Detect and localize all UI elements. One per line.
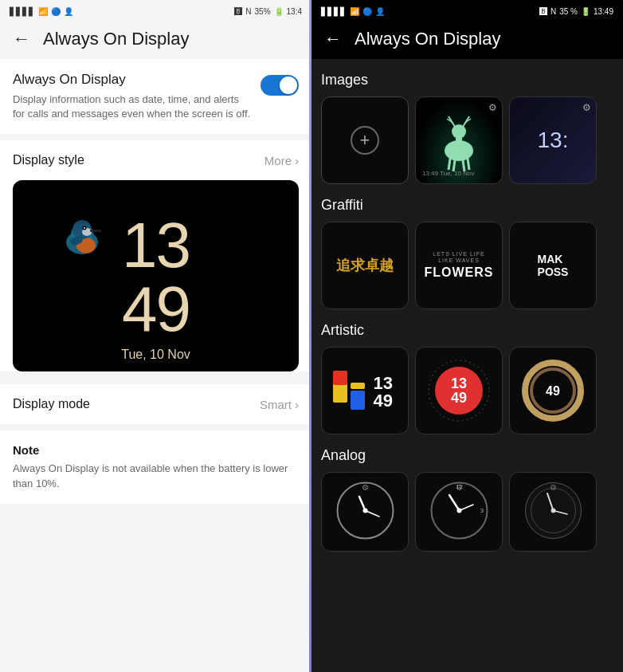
toggle-title: Always On Display — [13, 72, 251, 88]
preview-date: Tue, 10 Nov — [121, 348, 190, 362]
analog-section: Analog ⚙ — [321, 447, 613, 552]
dot-ring — [427, 359, 491, 422]
chevron-right-icon: › — [295, 154, 299, 167]
toggle-text: Always On Display Display information su… — [13, 72, 251, 121]
nfc-icon-r: N — [551, 7, 556, 16]
bt-icon-r: 🅱 — [539, 7, 547, 16]
yellow-block2 — [351, 383, 365, 389]
svg-line-20 — [468, 159, 469, 170]
battery-text-r: 35 % — [559, 7, 578, 16]
svg-line-17 — [449, 159, 450, 170]
status-bar-right: ▋▋▋▋ 📶 🔵 👤 🅱 N 35 % 🔋 13:49 — [312, 0, 623, 22]
nfc-icon: N — [245, 7, 251, 16]
red-circle-display: 1349 — [427, 359, 491, 422]
preview-card: 13 49 Tue, 10 Nov — [0, 180, 312, 371]
aod-toggle-switch[interactable] — [261, 75, 299, 96]
graffiti-grid: 追求卓越 LETS LIVE LIFELIKE WAVES FLOWERS MA… — [321, 222, 613, 309]
svg-text:49: 49 — [546, 384, 560, 398]
bracelet-icon: 49 — [521, 359, 585, 422]
right-content: Images + — [312, 59, 623, 672]
data-icon: 🔵 — [51, 7, 61, 16]
more-label: More — [264, 154, 292, 167]
add-image-thumb[interactable]: + — [321, 96, 409, 184]
time-right: 13:49 — [594, 7, 613, 16]
analog-title: Analog — [321, 447, 613, 464]
user-icon-r: 👤 — [375, 7, 385, 16]
graffiti-chinese-text: 追求卓越 — [336, 256, 394, 275]
toggle-description: Display information such as date, time, … — [13, 92, 251, 121]
graffiti-flowers-content: LETS LIVE LIFELIKE WAVES FLOWERS — [425, 251, 494, 281]
images-grid: + — [321, 96, 613, 184]
bracelet-display: 49 — [510, 348, 596, 434]
svg-text:⚙: ⚙ — [550, 483, 557, 492]
settings-icon-2: ⚙ — [582, 102, 591, 113]
signal-icon-r: ▋▋▋▋ — [321, 7, 347, 16]
aod-toggle-card: Always On Display Display information su… — [0, 59, 312, 134]
svg-point-21 — [429, 360, 489, 421]
deer-icon — [423, 104, 495, 176]
note-text: Always On Display is not available when … — [13, 462, 299, 490]
artistic-section: Artistic 1349 — [321, 322, 613, 434]
status-right-icons: 🅱 N 35% 🔋 13:4 — [234, 7, 302, 16]
analog-thumb-2[interactable]: 12 3 ⚙ — [415, 472, 503, 552]
status-left-icons: ▋▋▋▋ 📶 🔵 👤 — [10, 7, 73, 16]
images-title: Images — [321, 72, 613, 88]
graffiti-flowers-sub: LETS LIVE LIFELIKE WAVES — [433, 251, 484, 265]
graffiti-make-thumb[interactable]: MAKPOSS — [509, 222, 597, 309]
bt-icon: 🅱 — [234, 7, 242, 16]
toggle-row: Always On Display Display information su… — [13, 72, 299, 121]
display-mode-row[interactable]: Display mode Smart › — [0, 384, 312, 424]
back-button-right[interactable]: ← — [324, 29, 342, 49]
display-style-row[interactable]: Display style More › — [0, 140, 312, 180]
data-icon-r: 🔵 — [362, 7, 372, 16]
svg-line-33 — [459, 505, 473, 511]
battery-icon: 🔋 — [274, 7, 284, 16]
back-button-left[interactable]: ← — [13, 29, 30, 49]
graffiti-section: Graffiti 追求卓越 LETS LIVE LIFELIKE WAVES F… — [321, 197, 613, 309]
time-left: 13:4 — [287, 7, 302, 16]
svg-text:⚙: ⚙ — [456, 483, 463, 492]
svg-line-27 — [359, 497, 366, 511]
user-icon: 👤 — [64, 7, 73, 16]
content-left: Always On Display Display information su… — [0, 59, 312, 672]
display-mode-label: Display mode — [13, 397, 90, 411]
preview-minute: 49 — [122, 277, 190, 341]
svg-text:⚙: ⚙ — [362, 483, 369, 492]
artistic-grid: 1349 1349 — [321, 347, 613, 434]
artistic-bracelet-thumb[interactable]: 49 — [509, 347, 597, 434]
svg-rect-5 — [90, 230, 101, 232]
note-title: Note — [13, 443, 299, 457]
page-title-right: Always On Display — [355, 29, 500, 49]
wifi-icon-r: 📶 — [350, 7, 359, 16]
analog-grid: ⚙ 12 3 — [321, 472, 613, 552]
artistic-blocks-thumb[interactable]: 1349 — [321, 347, 409, 434]
artistic-red-thumb[interactable]: 1349 — [415, 347, 503, 434]
blocks-display: 1349 — [333, 363, 397, 419]
preview-hour: 13 — [122, 214, 190, 277]
svg-line-32 — [449, 495, 460, 511]
clock-image-thumb[interactable]: 13: ⚙ — [509, 96, 597, 184]
battery-icon-r: 🔋 — [581, 7, 590, 16]
note-card: Note Always On Display is not available … — [0, 430, 312, 503]
status-right-left-icons: ▋▋▋▋ 📶 🔵 👤 — [321, 7, 385, 16]
add-icon: + — [351, 126, 379, 155]
graffiti-chinese-thumb[interactable]: 追求卓越 — [321, 222, 409, 309]
display-style-more[interactable]: More › — [264, 154, 299, 167]
bird-icon — [61, 212, 104, 264]
display-style-label: Display style — [13, 153, 84, 167]
left-panel: ▋▋▋▋ 📶 🔵 👤 🅱 N 35% 🔋 13:4 ← Always On Di… — [0, 0, 312, 672]
graffiti-flowers-thumb[interactable]: LETS LIVE LIFELIKE WAVES FLOWERS — [415, 222, 503, 309]
analog-thumb-1[interactable]: ⚙ — [321, 472, 409, 552]
artistic-time-text: 1349 — [374, 375, 393, 410]
analog-clock-1: ⚙ — [335, 481, 395, 544]
red-block — [333, 371, 347, 385]
graffiti-flowers-main: FLOWERS — [425, 265, 494, 280]
chevron-right-icon-mode: › — [295, 398, 299, 411]
display-mode-value[interactable]: Smart › — [260, 398, 299, 411]
analog-thumb-3[interactable]: ⚙ — [509, 472, 597, 552]
svg-text:3: 3 — [480, 507, 484, 514]
svg-point-7 — [84, 227, 85, 229]
header-left: ← Always On Display — [0, 22, 312, 59]
signal-icon: ▋▋▋▋ — [10, 7, 35, 16]
deer-image-thumb[interactable]: 13:49 Tue, 10 Nov ⚙ — [415, 96, 503, 184]
